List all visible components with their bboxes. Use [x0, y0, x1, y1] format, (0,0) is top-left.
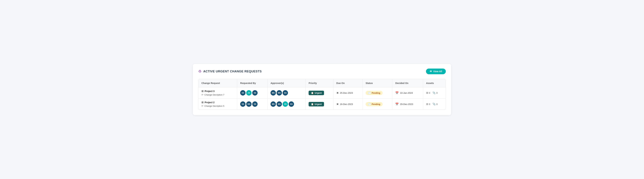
decided-on-date: 29-Dec-2023 — [400, 103, 413, 106]
avatar: SS — [252, 102, 258, 107]
avatar: SS — [282, 90, 288, 96]
attachments-asset: 📎 0 — [432, 91, 438, 94]
view-all-button[interactable]: 👁 View All — [426, 68, 446, 74]
col-assets: Assets — [423, 79, 446, 87]
tasks-count: 0 — [429, 103, 430, 106]
requested-by-cell: SSZSSS — [237, 87, 268, 98]
card-title: ACTIVE URGENT CHANGE REQUESTS — [203, 70, 262, 73]
change-icon: ⟳ — [202, 104, 204, 107]
requested-by-cell: SSMSSS — [237, 98, 268, 110]
assets-cell: ⊞ 0 📎 0 — [423, 87, 446, 98]
assets-group: ⊞ 0 📎 0 — [426, 102, 442, 106]
due-on-group: ✖25-Dec-2023 — [336, 91, 360, 94]
project-name: ⊞ Project 2 — [202, 101, 234, 104]
col-status: Status — [362, 79, 392, 87]
project-title: Project 3 — [204, 90, 214, 92]
priority-cell: 📋Urgent — [306, 98, 333, 110]
change-request-cell: ⊞ Project 2 ⟳ Change Decription 5 — [198, 98, 237, 110]
avatar: ZS — [282, 102, 288, 107]
change-requests-table: Change Request Requested By Approver(s) … — [198, 79, 446, 110]
avatar: ZS — [246, 90, 252, 96]
change-request-cell: ⊞ Project 3 ⟳ Change Decription 7 — [198, 87, 237, 98]
status-label: Pending — [372, 103, 380, 106]
status-badge: 📄Pending — [366, 91, 382, 95]
table-header-row: Change Request Requested By Approver(s) … — [198, 79, 446, 87]
decided-on-group: 📅29-Dec-2023 — [395, 102, 420, 106]
col-due-on: Due On — [333, 79, 362, 87]
due-on-group: ✖16-Dec-2023 — [336, 102, 360, 106]
attachment-icon: 📎 — [432, 91, 436, 94]
calendar-check-icon: 📅 — [395, 102, 399, 106]
change-icon: ⟳ — [202, 93, 204, 96]
title-group: ♻ ACTIVE URGENT CHANGE REQUESTS — [198, 69, 262, 74]
status-label: Pending — [372, 92, 380, 94]
avatar: MS — [270, 102, 276, 107]
tasks-asset: ⊞ 0 — [426, 91, 430, 94]
attachments-count: 0 — [436, 92, 438, 94]
due-on-cell: ✖16-Dec-2023 — [333, 98, 362, 110]
tasks-icon: ⊞ — [426, 102, 428, 106]
priority-label: Urgent — [314, 103, 322, 106]
calendar-check-icon: 📅 — [395, 91, 399, 94]
tasks-count: 0 — [429, 92, 430, 94]
change-description: ⟳ Change Decription 5 — [202, 104, 234, 107]
grid-icon: ⊞ — [202, 90, 204, 93]
table-row: ⊞ Project 3 ⟳ Change Decription 7 SSZSSS… — [198, 87, 446, 98]
requested-by-avatars: SSZSSS — [240, 90, 264, 96]
decided-on-date: 10-Jan-2024 — [400, 92, 413, 94]
active-urgent-change-requests-card: ♻ ACTIVE URGENT CHANGE REQUESTS 👁 View A… — [193, 64, 451, 115]
approvers-cell: MSMSSS — [268, 87, 306, 98]
due-on-date: 25-Dec-2023 — [340, 92, 353, 94]
avatar: SS — [240, 90, 246, 96]
col-approvers: Approver(s) — [268, 79, 306, 87]
requested-by-avatars: SSMSSS — [240, 102, 264, 107]
approver-avatars: MSMSZSSS — [270, 102, 302, 107]
change-description: ⟳ Change Decription 7 — [202, 93, 234, 96]
calendar-x-icon: ✖ — [336, 102, 338, 106]
pending-icon: 📄 — [368, 103, 371, 106]
table-row: ⊞ Project 2 ⟳ Change Decription 5 SSMSSS… — [198, 98, 446, 110]
avatar: SS — [240, 102, 246, 107]
col-decided-on: Decided On — [392, 79, 423, 87]
approvers-cell: MSMSZSSS — [268, 98, 306, 110]
col-requested-by: Requested By — [237, 79, 268, 87]
priority-label: Urgent — [314, 92, 322, 94]
decided-on-cell: 📅10-Jan-2024 — [392, 87, 423, 98]
assets-cell: ⊞ 0 📎 0 — [423, 98, 446, 110]
approver-avatars: MSMSSS — [270, 90, 302, 96]
status-cell: 📄Pending — [362, 98, 392, 110]
due-on-date: 16-Dec-2023 — [340, 103, 353, 106]
priority-icon: 📋 — [311, 92, 314, 94]
pending-icon: 📄 — [368, 92, 371, 94]
eye-icon: 👁 — [430, 70, 432, 73]
attachments-asset: 📎 0 — [432, 102, 438, 106]
description-text: Change Decription 7 — [204, 94, 224, 96]
avatar: MS — [276, 90, 282, 96]
due-on-cell: ✖25-Dec-2023 — [333, 87, 362, 98]
project-name: ⊞ Project 3 — [202, 90, 234, 93]
avatar: MS — [270, 90, 276, 96]
avatar: MS — [246, 102, 252, 107]
card-header: ♻ ACTIVE URGENT CHANGE REQUESTS 👁 View A… — [198, 68, 446, 74]
calendar-x-icon: ✖ — [336, 91, 338, 94]
avatar: MS — [276, 102, 282, 107]
assets-group: ⊞ 0 📎 0 — [426, 91, 442, 94]
project-title: Project 2 — [204, 101, 214, 104]
tasks-asset: ⊞ 0 — [426, 102, 430, 106]
status-cell: 📄Pending — [362, 87, 392, 98]
grid-icon: ⊞ — [202, 101, 204, 104]
avatar: SS — [289, 102, 294, 107]
status-badge: 📄Pending — [366, 102, 382, 106]
attachments-count: 0 — [436, 103, 438, 106]
col-change-request: Change Request — [198, 79, 237, 87]
tasks-icon: ⊞ — [426, 91, 428, 94]
col-priority: Priority — [306, 79, 333, 87]
decided-on-cell: 📅29-Dec-2023 — [392, 98, 423, 110]
decided-on-group: 📅10-Jan-2024 — [395, 91, 420, 94]
priority-badge: 📋Urgent — [308, 102, 324, 106]
priority-badge: 📋Urgent — [308, 91, 324, 95]
priority-cell: 📋Urgent — [306, 87, 333, 98]
avatar: SS — [252, 90, 258, 96]
recycle-icon: ♻ — [198, 69, 202, 74]
attachment-icon: 📎 — [432, 102, 436, 106]
